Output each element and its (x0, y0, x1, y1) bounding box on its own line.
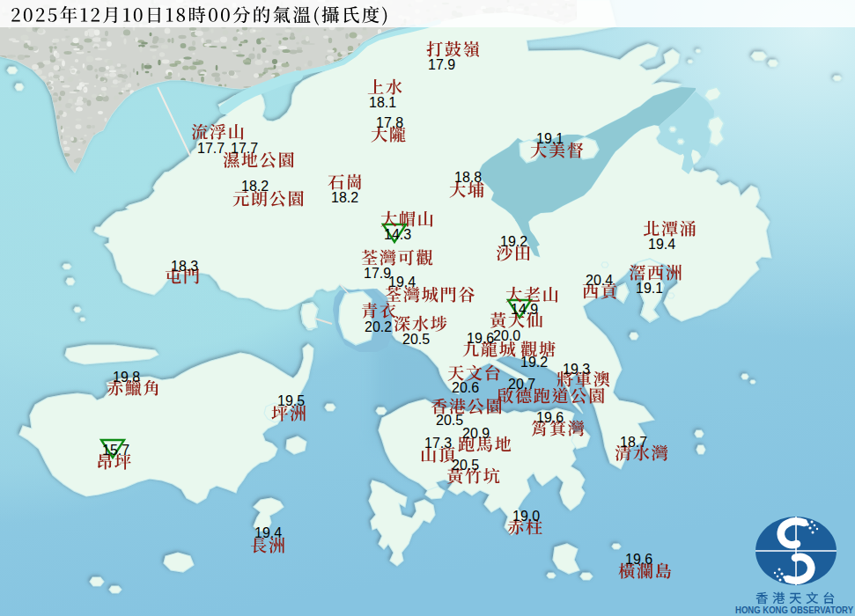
svg-text:20.5: 20.5 (452, 458, 479, 473)
svg-text:20.5: 20.5 (436, 413, 463, 428)
svg-text:19.4: 19.4 (388, 275, 416, 290)
svg-text:20.7: 20.7 (508, 377, 535, 392)
svg-text:14.9: 14.9 (511, 302, 538, 317)
svg-text:20.5: 20.5 (402, 332, 430, 347)
svg-text:15.7: 15.7 (102, 443, 129, 458)
svg-text:18.1: 18.1 (369, 95, 396, 110)
svg-text:20.4: 20.4 (586, 273, 613, 288)
svg-text:19.1: 19.1 (636, 281, 663, 296)
svg-text:19.6: 19.6 (625, 552, 652, 567)
svg-text:20.9: 20.9 (462, 426, 490, 441)
svg-text:20.6: 20.6 (452, 380, 479, 395)
svg-text:20.2: 20.2 (365, 319, 392, 334)
svg-text:19.2: 19.2 (500, 234, 527, 249)
svg-text:17.8: 17.8 (376, 115, 403, 130)
svg-text:HONG KONG OBSERVATORY: HONG KONG OBSERVATORY (735, 605, 853, 615)
svg-text:19.0: 19.0 (512, 509, 540, 524)
svg-text:19.8: 19.8 (113, 370, 140, 385)
svg-text:17.3: 17.3 (424, 436, 452, 451)
svg-text:19.3: 19.3 (563, 362, 590, 377)
svg-text:18.2: 18.2 (241, 179, 269, 194)
svg-text:18.8: 18.8 (454, 170, 482, 185)
svg-text:17.7: 17.7 (231, 141, 258, 156)
svg-text:17.7: 17.7 (197, 141, 225, 156)
svg-text:19.1: 19.1 (536, 131, 564, 146)
svg-text:19.5: 19.5 (277, 393, 305, 408)
svg-text:18.2: 18.2 (331, 190, 358, 205)
svg-text:19.4: 19.4 (254, 525, 282, 540)
svg-text:20.0: 20.0 (493, 328, 520, 343)
svg-text:18.3: 18.3 (171, 259, 198, 274)
svg-text:19.6: 19.6 (536, 410, 564, 425)
svg-text:17.9: 17.9 (428, 57, 455, 72)
svg-text:19.6: 19.6 (467, 331, 494, 346)
svg-text:14.3: 14.3 (384, 227, 411, 242)
svg-text:17.9: 17.9 (364, 266, 391, 281)
svg-text:19.4: 19.4 (648, 237, 675, 252)
svg-text:18.7: 18.7 (620, 435, 647, 450)
svg-text:19.2: 19.2 (520, 355, 548, 370)
